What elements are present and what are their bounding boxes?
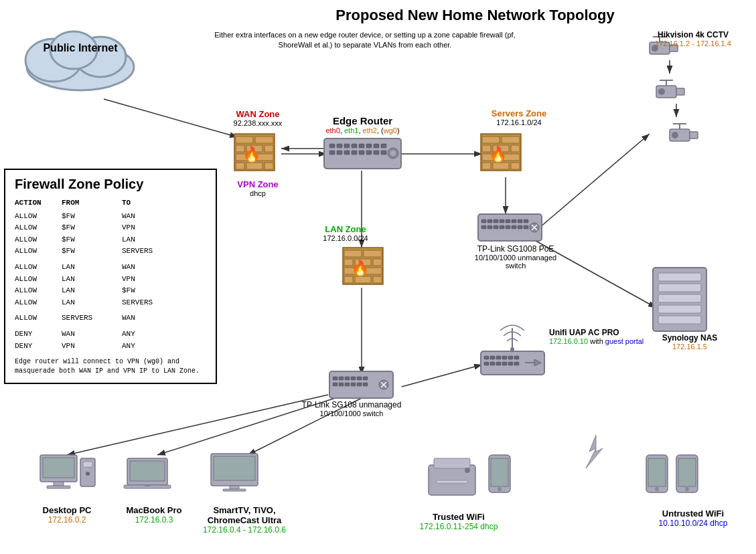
policy-row: ALLOWLAN$FW <box>15 285 206 297</box>
svg-point-30 <box>672 132 678 138</box>
svg-point-95 <box>390 151 396 156</box>
svg-rect-171 <box>646 455 668 492</box>
edge-router-label: Edge Router eth0, eth1, eth2, (wg0) <box>324 115 401 134</box>
policy-row: ALLOW$FWSERVERS <box>15 246 206 258</box>
svg-rect-35 <box>653 268 706 331</box>
svg-rect-53 <box>481 134 521 171</box>
svg-rect-83 <box>366 144 372 148</box>
lan-zone-label: LAN Zone 172.16.0.0/24 <box>305 224 386 242</box>
svg-rect-29 <box>690 132 698 138</box>
svg-rect-88 <box>344 151 350 155</box>
svg-rect-46 <box>264 145 273 152</box>
policy-row: ALLOW$FWWAN <box>15 211 206 223</box>
svg-rect-120 <box>351 377 356 380</box>
svg-rect-134 <box>490 356 495 359</box>
svg-rect-66 <box>344 250 362 257</box>
svg-rect-89 <box>352 151 357 155</box>
svg-rect-44 <box>236 145 244 152</box>
svg-line-130 <box>381 382 386 387</box>
svg-rect-75 <box>373 276 382 283</box>
svg-rect-73 <box>344 276 353 283</box>
wan-zone-label: WAN Zone 92.238.xxx.xxx <box>221 109 295 127</box>
svg-rect-93 <box>381 151 386 155</box>
page-subtitle: Either extra interfaces on a new edge ro… <box>214 30 516 51</box>
svg-rect-110 <box>512 225 516 229</box>
svg-rect-45 <box>246 145 262 152</box>
svg-rect-51 <box>264 163 273 169</box>
svg-rect-157 <box>124 485 171 488</box>
policy-row: ALLOW$FWLAN <box>15 234 206 246</box>
svg-rect-118 <box>339 377 344 380</box>
svg-line-14 <box>67 395 328 455</box>
svg-rect-133 <box>484 356 489 359</box>
svg-rect-62 <box>493 163 509 169</box>
svg-rect-87 <box>337 151 342 155</box>
svg-rect-156 <box>130 461 165 481</box>
svg-rect-141 <box>496 362 501 365</box>
svg-rect-135 <box>496 356 501 359</box>
svg-rect-84 <box>374 144 379 148</box>
svg-rect-106 <box>487 225 492 229</box>
svg-rect-48 <box>255 154 273 161</box>
svg-rect-136 <box>502 356 507 359</box>
svg-rect-37 <box>658 284 701 292</box>
svg-point-147 <box>510 347 514 351</box>
policy-row: ALLOW$FWVPN <box>15 222 206 234</box>
svg-rect-132 <box>481 351 544 375</box>
svg-rect-105 <box>481 225 486 229</box>
svg-rect-158 <box>144 485 151 486</box>
svg-rect-172 <box>648 458 666 486</box>
svg-rect-38 <box>658 294 701 302</box>
svg-rect-61 <box>482 163 491 169</box>
svg-rect-163 <box>429 465 475 495</box>
svg-rect-72 <box>364 268 382 274</box>
policy-row: ALLOWLANSERVERS <box>15 297 206 309</box>
svg-rect-85 <box>381 144 386 148</box>
cloud-container: .cloud-shape{fill:#c8d8e8;stroke:#8899aa… <box>13 10 167 100</box>
svg-rect-151 <box>47 486 70 488</box>
svg-rect-50 <box>246 163 262 169</box>
svg-rect-108 <box>500 225 504 229</box>
svg-line-5 <box>104 99 238 137</box>
vpn-zone-label: VPN Zone dhcp <box>221 179 295 197</box>
svg-rect-168 <box>491 458 508 486</box>
svg-rect-119 <box>345 377 350 380</box>
svg-rect-149 <box>43 458 74 478</box>
svg-rect-36 <box>658 273 701 281</box>
svg-rect-109 <box>506 225 510 229</box>
svg-rect-142 <box>502 362 507 365</box>
svg-rect-112 <box>524 225 528 229</box>
synology-label: Synology NAS 172.16.1.5 <box>653 333 727 351</box>
svg-point-154 <box>86 472 90 476</box>
tp-link-poe-label: TP-Link SG1008 PoE 10/100/1000 unmanaged… <box>472 244 559 270</box>
svg-line-17 <box>402 365 482 387</box>
svg-rect-65 <box>343 248 383 284</box>
svg-rect-67 <box>364 250 382 257</box>
svg-rect-42 <box>236 136 253 143</box>
svg-rect-101 <box>506 219 510 223</box>
svg-rect-58 <box>511 145 520 152</box>
svg-rect-111 <box>518 225 522 229</box>
svg-rect-78 <box>329 144 335 148</box>
svg-line-114 <box>532 225 537 230</box>
svg-rect-60 <box>502 154 520 161</box>
svg-rect-123 <box>333 383 337 386</box>
svg-rect-74 <box>355 276 371 283</box>
policy-title: Firewall Zone Policy <box>15 177 206 192</box>
svg-point-129 <box>379 380 388 389</box>
svg-rect-86 <box>329 151 335 155</box>
svg-rect-54 <box>482 136 500 143</box>
svg-rect-80 <box>344 144 350 148</box>
svg-rect-148 <box>40 455 77 482</box>
svg-line-131 <box>381 382 386 387</box>
svg-rect-81 <box>352 144 357 148</box>
svg-rect-152 <box>80 458 95 486</box>
svg-rect-28 <box>670 129 690 141</box>
svg-rect-59 <box>482 154 500 161</box>
svg-rect-143 <box>508 362 513 365</box>
svg-rect-103 <box>518 219 522 223</box>
svg-rect-47 <box>236 154 253 161</box>
servers-zone-label: Servers Zone 172.16.1.0/24 <box>475 108 562 126</box>
svg-rect-39 <box>658 305 701 313</box>
svg-rect-104 <box>524 219 528 223</box>
